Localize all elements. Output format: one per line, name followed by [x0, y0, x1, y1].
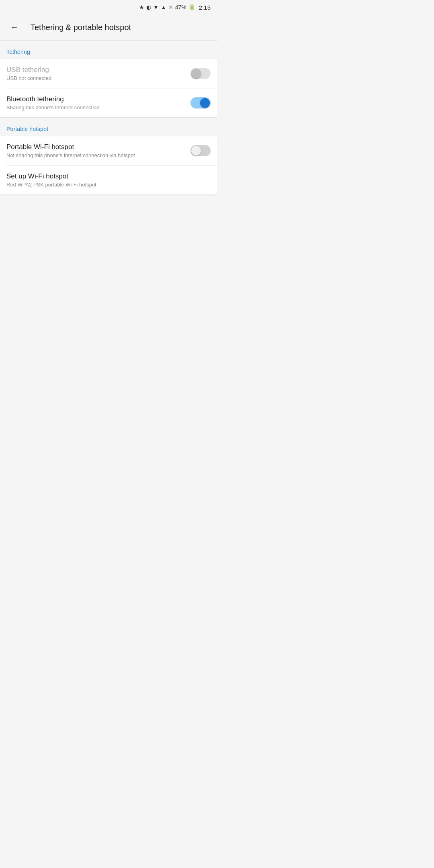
setup-wifi-hotspot-subtitle: Red WPA2 PSK portable Wi-Fi hotspot	[6, 182, 211, 188]
portable-hotspot-section-header: Portable hotspot	[0, 118, 217, 136]
bluetooth-toggle-thumb	[200, 98, 210, 108]
bluetooth-icon: ★	[139, 4, 144, 10]
bluetooth-tethering-item[interactable]: Bluetooth tethering Sharing this phone's…	[0, 88, 217, 117]
usb-tethering-toggle[interactable]	[190, 68, 211, 79]
back-button[interactable]: ←	[6, 19, 23, 35]
setup-wifi-hotspot-title: Set up Wi-Fi hotspot	[6, 172, 211, 180]
app-bar: ← Tethering & portable hotspot	[0, 14, 217, 40]
bluetooth-tethering-title: Bluetooth tethering	[6, 95, 184, 103]
bluetooth-tethering-toggle-wrapper	[190, 97, 211, 108]
wifi-hotspot-toggle-wrapper	[190, 145, 211, 156]
usb-tethering-text: USB tethering USB not connected	[6, 66, 184, 81]
bluetooth-tethering-text: Bluetooth tethering Sharing this phone's…	[6, 95, 184, 111]
usb-tethering-toggle-wrapper	[190, 68, 211, 79]
status-time: 2:15	[199, 4, 211, 11]
battery-percent: 47%	[175, 4, 186, 10]
status-icons: ★ ◐ ▼ ▲ ✕ 47% 🔋 2:15	[139, 4, 211, 11]
tethering-section-header: Tethering	[0, 41, 217, 59]
portable-wifi-hotspot-text: Portable Wi-Fi hotspot Not sharing this …	[6, 143, 184, 158]
back-arrow-icon: ←	[10, 22, 19, 33]
portable-hotspot-section: Portable hotspot Portable Wi-Fi hotspot …	[0, 118, 217, 194]
usb-tethering-title: USB tethering	[6, 66, 184, 74]
tethering-items-group: USB tethering USB not connected Bluetoot…	[0, 59, 217, 117]
bluetooth-tethering-toggle[interactable]	[190, 97, 211, 108]
usb-toggle-thumb	[191, 69, 201, 78]
signal-icon: ▲	[161, 4, 166, 10]
usb-toggle-track	[190, 68, 211, 79]
setup-wifi-hotspot-text: Set up Wi-Fi hotspot Red WPA2 PSK portab…	[6, 172, 211, 188]
bluetooth-tethering-subtitle: Sharing this phone's Internet connection	[6, 104, 184, 111]
page-title: Tethering & portable hotspot	[31, 23, 131, 32]
usb-tethering-subtitle: USB not connected	[6, 75, 184, 81]
alarm-icon: ◐	[146, 4, 151, 10]
bluetooth-toggle-track	[190, 97, 211, 108]
wifi-toggle-track	[190, 145, 211, 156]
battery-icon: 🔋	[188, 4, 195, 10]
wifi-icon: ▼	[153, 4, 159, 10]
tethering-section: Tethering USB tethering USB not connecte…	[0, 41, 217, 117]
wifi-hotspot-toggle[interactable]	[190, 145, 211, 156]
portable-wifi-hotspot-title: Portable Wi-Fi hotspot	[6, 143, 184, 151]
usb-tethering-item[interactable]: USB tethering USB not connected	[0, 59, 217, 88]
wifi-toggle-thumb	[191, 146, 201, 156]
setup-wifi-hotspot-item[interactable]: Set up Wi-Fi hotspot Red WPA2 PSK portab…	[0, 166, 217, 194]
portable-wifi-hotspot-subtitle: Not sharing this phone's Internet connec…	[6, 152, 184, 158]
status-bar: ★ ◐ ▼ ▲ ✕ 47% 🔋 2:15	[0, 0, 217, 14]
portable-wifi-hotspot-item[interactable]: Portable Wi-Fi hotspot Not sharing this …	[0, 136, 217, 165]
hotspot-items-group: Portable Wi-Fi hotspot Not sharing this …	[0, 136, 217, 194]
no-sim-icon: ✕	[168, 4, 173, 10]
bottom-divider	[0, 194, 217, 195]
